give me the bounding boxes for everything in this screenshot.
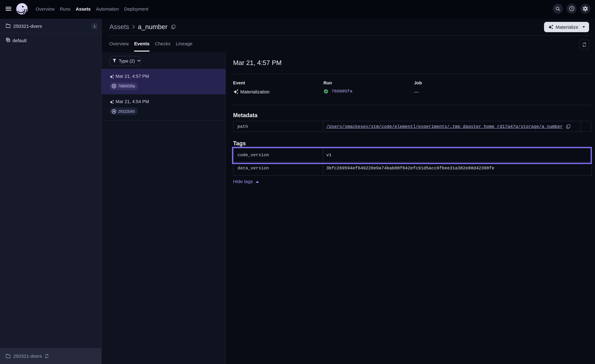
svg-text:?: ? <box>571 7 573 10</box>
